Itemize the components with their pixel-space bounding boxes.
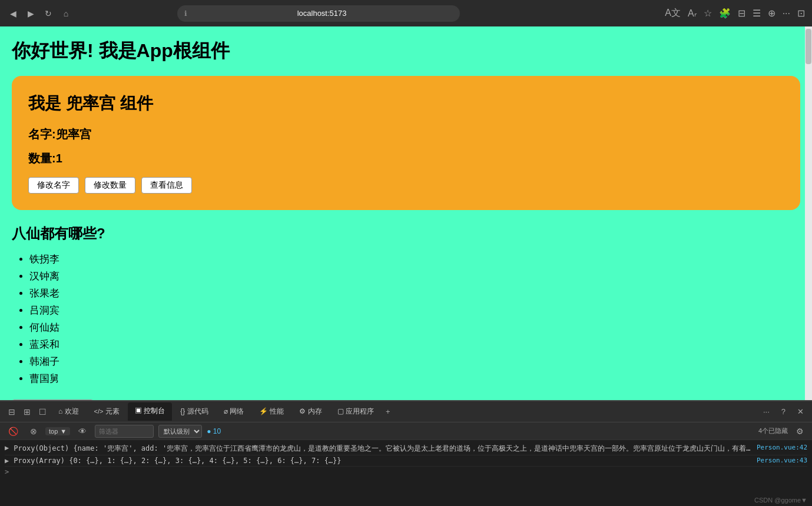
split-icon[interactable]: ⊟ [738, 8, 745, 19]
tab-elements[interactable]: </> 元素 [87, 403, 127, 420]
console-text-1: Proxy(Object) {name: '兜率宫', add: '兜率宫，兜率… [14, 444, 752, 454]
person-count-field: 数量:1 [28, 151, 784, 167]
tab-console[interactable]: ▣ 控制台 [128, 402, 172, 421]
clear-console-btn[interactable]: 🚫 [5, 425, 22, 437]
tab-performance[interactable]: ⚡ 性能 [252, 403, 291, 420]
immortals-title: 八仙都有哪些? [12, 224, 800, 243]
tab-memory[interactable]: ⚙ 内存 [292, 403, 329, 420]
info-icon: ℹ [184, 9, 187, 18]
devtools-close-btn[interactable]: ✕ [794, 406, 807, 417]
browser-chrome: ◀ ▶ ↻ ⌂ ℹ A文 Aᵣ ☆ 🧩 ⊟ ☰ ⊕ ··· ⊡ [0, 0, 812, 26]
list-item: 蓝采和 [29, 338, 800, 351]
devtools-tabs: ⊟ ⊞ ☐ ⌂ 欢迎 </> 元素 ▣ 控制台 {} 源代码 ⌀ 网络 [0, 401, 812, 422]
memory-icon: ⚙ [299, 407, 306, 415]
list-item: 铁拐李 [29, 252, 800, 266]
restore-icon[interactable]: ⊡ [797, 8, 805, 19]
tab-network[interactable]: ⌀ 网络 [217, 403, 251, 420]
reader-icon[interactable]: Aᵣ [688, 8, 697, 19]
tab-application[interactable]: ▢ 应用程序 [330, 403, 381, 420]
add-tab-btn[interactable]: + [382, 406, 394, 417]
browser-actions: A文 Aᵣ ☆ 🧩 ⊟ ☰ ⊕ ··· ⊡ [665, 7, 805, 19]
collections-icon[interactable]: ⊕ [768, 8, 775, 19]
hidden-count: 4个已隐藏 [758, 427, 788, 435]
console-line-1: ▶ Proxy(Object) {name: '兜率宫', add: '兜率宫，… [5, 442, 807, 455]
devtools-panel: ⊟ ⊞ ☐ ⌂ 欢迎 </> 元素 ▣ 控制台 {} 源代码 ⌀ 网络 [0, 400, 812, 506]
forward-button[interactable]: ▶ [25, 8, 37, 19]
person-name-field: 名字:兜率宫 [28, 126, 784, 142]
expand-arrow-2[interactable]: ▶ [5, 457, 9, 465]
tab-sources[interactable]: {} 源代码 [173, 403, 215, 420]
person-buttons: 修改名字 修改数量 查看信息 [28, 177, 784, 194]
more-tools-btn[interactable]: ··· [760, 406, 773, 417]
refresh-button[interactable]: ↻ [42, 8, 54, 19]
content-area: 你好世界! 我是App根组件 我是 兜率宫 组件 名字:兜率宫 数量:1 修改名… [0, 26, 812, 400]
person-card-title: 我是 兜率宫 组件 [28, 92, 784, 115]
sources-icon: {} [180, 407, 185, 415]
favorites-icon[interactable]: ☆ [704, 8, 712, 19]
scrollbar[interactable] [805, 26, 812, 400]
top-label: top [49, 428, 58, 435]
devtools-toolbar: 🚫 ⊗ top ▼ 👁 默认级别 ● 10 4个已隐藏 ⚙ [0, 422, 812, 440]
devtools-tabs-right: ··· ? ✕ [760, 406, 807, 417]
console-settings-btn[interactable]: ⊗ [26, 425, 41, 437]
change-first-btn[interactable]: 更改第一个名字 [12, 400, 94, 400]
error-count: ● 10 [207, 427, 221, 435]
list-item: 吕洞宾 [29, 304, 800, 317]
scroll-thumb[interactable] [806, 29, 811, 64]
home-button[interactable]: ⌂ [60, 8, 72, 19]
chevron-down-icon: ▼ [60, 428, 67, 435]
devtools-console: ▶ Proxy(Object) {name: '兜率宫', add: '兜率宫，… [0, 440, 812, 506]
devtools-dock-btn[interactable]: ⊞ [20, 406, 34, 418]
console-settings-gear-btn[interactable]: ⚙ [793, 425, 807, 437]
extensions-icon[interactable]: 🧩 [719, 8, 731, 19]
address-bar[interactable] [191, 5, 453, 22]
performance-icon: ⚡ [259, 407, 268, 415]
tab-welcome[interactable]: ⌂ 欢迎 [51, 403, 86, 420]
elements-icon: </> [94, 408, 104, 415]
console-link-2[interactable]: Person.vue:43 [757, 457, 807, 464]
view-info-button[interactable]: 查看信息 [141, 177, 192, 194]
list-item: 张果老 [29, 287, 800, 300]
console-icon: ▣ [135, 407, 142, 415]
devtools-help-btn[interactable]: ? [778, 406, 789, 417]
expand-arrow-1[interactable]: ▶ [5, 444, 9, 452]
translate-icon[interactable]: A文 [665, 7, 681, 19]
more-icon[interactable]: ··· [783, 8, 790, 19]
person-card: 我是 兜率宫 组件 名字:兜率宫 数量:1 修改名字 修改数量 查看信息 [12, 76, 800, 210]
home-icon: ⌂ [58, 407, 62, 415]
list-item: 汉钟离 [29, 269, 800, 283]
immortals-section: 八仙都有哪些? 铁拐李汉钟离张果老吕洞宾何仙姑蓝采和韩湘子曹国舅 更改第一个名字 [12, 224, 800, 400]
list-item: 韩湘子 [29, 355, 800, 368]
application-icon: ▢ [337, 407, 344, 415]
devtools-mobile-btn[interactable]: ☐ [35, 406, 50, 418]
network-icon: ⌀ [224, 407, 228, 415]
list-item: 何仙姑 [29, 321, 800, 334]
back-button[interactable]: ◀ [7, 8, 19, 19]
prompt-symbol: > [5, 468, 9, 476]
sidebar-icon[interactable]: ☰ [753, 8, 761, 19]
console-text-2: Proxy(Array) {0: {…}, 1: {…}, 2: {…}, 3:… [14, 457, 752, 465]
csdn-watermark: CSDN @ggome▼ [754, 497, 807, 504]
devtools-undock-btn[interactable]: ⊟ [5, 406, 19, 418]
change-count-button[interactable]: 修改数量 [85, 177, 135, 194]
eye-btn[interactable]: 👁 [75, 425, 90, 437]
immortals-list: 铁拐李汉钟离张果老吕洞宾何仙姑蓝采和韩湘子曹国舅 [12, 252, 800, 385]
console-line-2: ▶ Proxy(Array) {0: {…}, 1: {…}, 2: {…}, … [5, 455, 807, 467]
filter-input[interactable] [95, 425, 154, 438]
rename-button[interactable]: 修改名字 [28, 177, 79, 194]
console-prompt-line[interactable]: > [5, 467, 807, 477]
console-link-1[interactable]: Person.vue:42 [757, 444, 807, 451]
level-select[interactable]: 默认级别 [158, 425, 202, 438]
app-title: 你好世界! 我是App根组件 [12, 38, 800, 64]
list-item: 曹国舅 [29, 372, 800, 385]
main-content: 你好世界! 我是App根组件 我是 兜率宫 组件 名字:兜率宫 数量:1 修改名… [0, 26, 812, 400]
context-selector[interactable]: top ▼ [45, 427, 70, 435]
